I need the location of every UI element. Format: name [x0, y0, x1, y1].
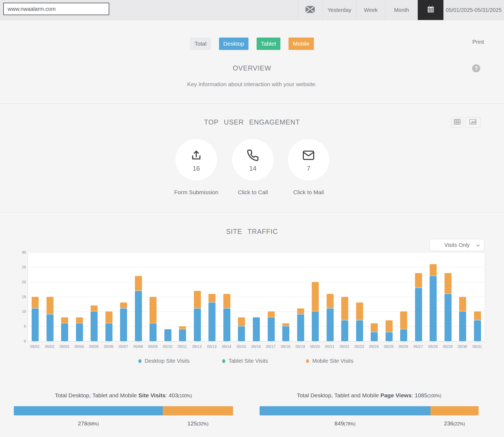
tablet-legend-dot: [222, 359, 225, 363]
legend-desktop[interactable]: Desktop Site Visits: [138, 358, 198, 364]
summary-bar-labels: 278(68%)125(32%): [14, 420, 233, 428]
traffic-metric-dropdown[interactable]: Visits Only: [430, 239, 484, 251]
upload-icon: [190, 139, 203, 163]
summary-segment-label: 236(22%): [444, 420, 465, 427]
site-visits-summary: Total Desktop, Tablet and Mobile Site Vi…: [14, 392, 233, 430]
mobile-legend-dot: [306, 359, 309, 363]
section-divider: [0, 212, 504, 213]
engagement-view-toggles: [451, 117, 480, 128]
page-views-summary-title: Total Desktop, Tablet and Mobile Page Vi…: [260, 392, 479, 399]
traffic-metric-value: Visits Only: [444, 242, 470, 248]
device-filter-row: Total Desktop Tablet Mobile: [0, 38, 504, 50]
engagement-click-to-call: 14 Click to Call: [232, 139, 274, 196]
chart-view-button[interactable]: [465, 117, 480, 128]
site-traffic-title: SITE TRAFFIC: [0, 228, 504, 236]
form-submission-count: 16: [193, 165, 200, 172]
range-week-button[interactable]: Week: [356, 0, 385, 20]
chart-y-axis: 051015202530: [16, 252, 26, 341]
calendar-icon: [427, 5, 435, 15]
print-link[interactable]: Print: [472, 39, 484, 45]
summary-stacked-bar: [260, 406, 479, 415]
engagement-click-to-mail: 7 Click to Mail: [287, 139, 330, 196]
click-to-call-label: Click to Call: [238, 189, 268, 196]
bar-chart-icon: [469, 119, 476, 126]
summary-stacked-bar: [14, 406, 233, 415]
filter-tablet-button[interactable]: Tablet: [257, 38, 280, 50]
top-bar: Yesterday Week Month 05/01/2025-05/31/20…: [0, 0, 504, 20]
mail-icon: [302, 139, 315, 163]
help-icon[interactable]: ?: [472, 64, 480, 72]
chart-legend: Desktop Site Visits Tablet Site Visits M…: [0, 358, 504, 364]
click-to-call-count: 14: [249, 165, 257, 172]
range-month-button[interactable]: Month: [385, 0, 418, 20]
page-views-summary: Total Desktop, Tablet and Mobile Page Vi…: [260, 392, 479, 430]
email-report-button[interactable]: [298, 0, 322, 20]
filter-total-button[interactable]: Total: [190, 38, 211, 50]
range-yesterday-button[interactable]: Yesterday: [322, 0, 356, 20]
click-to-mail-label: Click to Mail: [293, 189, 324, 196]
legend-mobile[interactable]: Mobile Site Visits: [306, 358, 366, 364]
click-to-mail-count: 7: [307, 165, 310, 172]
engagement-form-submission: 16 Form Submission: [174, 139, 218, 196]
filter-mobile-button[interactable]: Mobile: [289, 38, 314, 50]
site-visits-summary-title: Total Desktop, Tablet and Mobile Site Vi…: [14, 392, 233, 399]
engagement-title: TOP USER ENGAGEMENT: [0, 118, 504, 126]
analytics-dashboard: Yesterday Week Month 05/01/2025-05/31/20…: [0, 0, 504, 437]
phone-icon: [247, 139, 259, 163]
section-divider: [0, 103, 504, 104]
summary-segment-label: 849(78%): [334, 420, 356, 427]
site-traffic-chart: 051015202530 05/0105/0205/0305/0405/0505…: [28, 252, 485, 341]
summary-segment-label: 278(68%): [78, 420, 99, 427]
summary-bar-labels: 849(78%)236(22%): [260, 420, 479, 428]
overview-subtitle: Key information about interaction with y…: [0, 81, 504, 88]
desktop-legend-dot: [138, 359, 141, 363]
engagement-circles: 16 Form Submission 14 Click to Call: [0, 139, 504, 196]
summary-segment-label: 125(32%): [187, 420, 208, 427]
calendar-button[interactable]: [418, 0, 443, 20]
table-view-icon: [454, 119, 460, 126]
envelope-icon: [306, 6, 315, 14]
form-submission-label: Form Submission: [174, 189, 218, 196]
filter-desktop-button[interactable]: Desktop: [219, 38, 248, 50]
chevron-down-icon: [476, 243, 480, 249]
date-range-label: 05/01/2025-05/31/2025: [443, 0, 504, 20]
overview-title: OVERVIEW: [0, 64, 504, 72]
url-input[interactable]: [3, 3, 109, 15]
table-view-button[interactable]: [451, 117, 463, 128]
chart-x-axis: 05/0105/0205/0305/0405/0505/0605/0705/08…: [28, 344, 485, 350]
traffic-plot: [28, 252, 485, 341]
legend-tablet[interactable]: Tablet Site Visits: [222, 358, 282, 364]
